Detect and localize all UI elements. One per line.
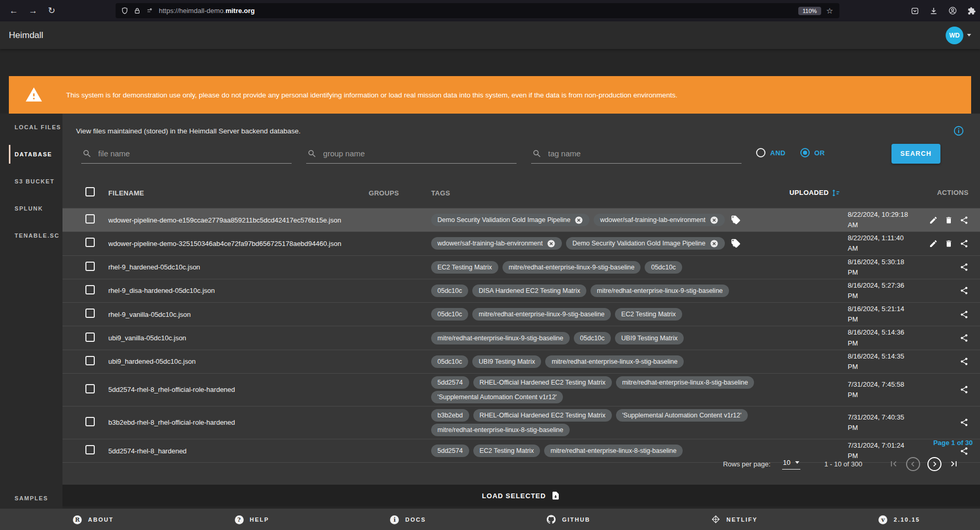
table-row[interactable]: wdower-pipeline-demo-325150346ab4ce72fa9…: [62, 232, 980, 255]
bookmark-star-icon[interactable]: ☆: [826, 6, 834, 16]
tag-chip[interactable]: EC2 Testing Matrix: [473, 445, 541, 457]
table-row[interactable]: rhel-9_disa-hardened-05dc10c.json 05dc10…: [62, 279, 980, 303]
lock-icon[interactable]: [134, 7, 141, 15]
footer-item-netlify[interactable]: NETLIFY: [711, 515, 758, 524]
tag-chip[interactable]: mitre/redhat-enterprise-linux-9-stig-bas…: [472, 308, 611, 321]
tag-chip[interactable]: mitre/redhat-enterprise-linux-8-stig-bas…: [616, 376, 755, 389]
tag-chip[interactable]: b3b2ebd: [431, 409, 469, 422]
forward-icon[interactable]: →: [29, 6, 37, 15]
sidebar-item-samples[interactable]: SAMPLES: [0, 485, 62, 512]
tag-chip[interactable]: UBI9 Testing Matrix: [472, 355, 541, 368]
row-checkbox[interactable]: [85, 356, 95, 365]
table-row[interactable]: ubi9_hardened-05dc10c.json 05dc10c UBI9 …: [62, 350, 980, 374]
tag-chip[interactable]: mitre/redhat-enterprise-linux-9-stig-bas…: [502, 261, 641, 274]
next-page-icon[interactable]: [927, 457, 941, 471]
row-checkbox[interactable]: [85, 238, 95, 247]
share-icon[interactable]: [960, 310, 969, 319]
sidebar-item-splunk[interactable]: SPLUNK: [0, 195, 62, 222]
tag-chip[interactable]: 5dd2574: [431, 376, 469, 389]
user-avatar[interactable]: WD: [946, 27, 963, 44]
group-name-input[interactable]: [322, 149, 516, 158]
tag-chip[interactable]: mitre/redhat-enterprise-linux-9-stig-bas…: [431, 332, 570, 344]
remove-tag-icon[interactable]: [710, 216, 719, 225]
delete-icon[interactable]: [945, 216, 953, 225]
share-icon[interactable]: [960, 216, 969, 225]
sort-icon[interactable]: [831, 188, 840, 198]
tag-chip[interactable]: mitre/redhat-enterprise-linux-8-stig-bas…: [544, 445, 683, 457]
tag-chip[interactable]: 'Supplemental Automation Content v1r12': [616, 409, 748, 422]
tag-chip[interactable]: 'Supplemental Automation Content v1r12': [431, 391, 563, 403]
reload-icon[interactable]: ↻: [48, 6, 55, 15]
table-row[interactable]: ubi9_vanilla-05dc10c.json mitre/redhat-e…: [62, 326, 980, 350]
footer-item-github[interactable]: GITHUB: [547, 515, 590, 524]
table-row[interactable]: b3b2ebd-rhel-8_rhel-official-role-harden…: [62, 406, 980, 439]
share-icon[interactable]: [960, 418, 969, 427]
share-icon[interactable]: [960, 263, 969, 272]
add-tag-icon[interactable]: [731, 238, 741, 249]
sidebar-item-tenable-sc[interactable]: TENABLE.SC: [0, 222, 62, 249]
permissions-icon[interactable]: [146, 7, 154, 14]
header-groups[interactable]: GROUPS: [369, 189, 399, 197]
tag-chip[interactable]: RHEL-Official Hardened EC2 Testing Matri…: [473, 409, 612, 422]
table-row[interactable]: 5dd2574-rhel-8_rhel-official-role-harden…: [62, 374, 980, 406]
tag-name-search-field[interactable]: [531, 147, 742, 164]
and-radio-circle[interactable]: [756, 148, 765, 157]
info-icon[interactable]: [953, 125, 964, 137]
table-row[interactable]: rhel-9_hardened-05dc10c.json EC2 Testing…: [62, 256, 980, 279]
tag-chip[interactable]: UBI9 Testing Matrix: [615, 332, 684, 344]
share-icon[interactable]: [960, 239, 969, 248]
tag-chip[interactable]: DISA Hardened EC2 Testing Matrix: [472, 285, 586, 297]
share-icon[interactable]: [960, 385, 969, 394]
tag-chip[interactable]: 05dc10c: [431, 308, 468, 321]
share-icon[interactable]: [960, 286, 969, 295]
tag-chip[interactable]: EC2 Testing Matrix: [615, 308, 682, 321]
tag-chip[interactable]: 05dc10c: [574, 332, 611, 344]
row-checkbox[interactable]: [85, 332, 95, 342]
extensions-icon[interactable]: [968, 7, 976, 15]
first-page-icon[interactable]: [888, 459, 899, 469]
tag-chip[interactable]: mitre/redhat-enterprise-linux-8-stig-bas…: [431, 424, 570, 436]
rows-per-page-select[interactable]: 10: [782, 459, 800, 470]
tag-chip[interactable]: RHEL-Official Hardened EC2 Testing Matri…: [473, 376, 612, 389]
row-checkbox[interactable]: [85, 417, 95, 426]
table-row[interactable]: rhel-9_vanilla-05dc10c.json 05dc10c mitr…: [62, 303, 980, 326]
footer-item-docs[interactable]: i DOCS: [390, 514, 426, 524]
row-checkbox[interactable]: [85, 384, 95, 393]
share-icon[interactable]: [960, 357, 969, 366]
select-all-checkbox[interactable]: [85, 187, 95, 196]
sidebar-item-s3-bucket[interactable]: S3 BUCKET: [0, 168, 62, 195]
pocket-icon[interactable]: [911, 7, 919, 15]
url-bar[interactable]: https://heimdall-demo.mitre.org 110% ☆: [116, 3, 839, 18]
table-row[interactable]: wdower-pipeline-demo-e159ccae2779aa85921…: [62, 208, 980, 232]
tag-chip[interactable]: mitre/redhat-enterprise-linux-9-stig-bas…: [545, 355, 684, 368]
footer-item-about[interactable]: R ABOUT: [73, 514, 114, 524]
tag-chip[interactable]: 5dd2574: [431, 445, 469, 457]
or-radio-circle[interactable]: [800, 148, 810, 157]
sidebar-item-local-files[interactable]: LOCAL FILES: [0, 114, 62, 141]
tag-chip[interactable]: EC2 Testing Matrix: [431, 261, 498, 274]
row-checkbox[interactable]: [85, 285, 95, 294]
row-checkbox[interactable]: [85, 445, 95, 454]
share-icon[interactable]: [960, 447, 969, 455]
previous-page-icon[interactable]: [906, 457, 920, 471]
file-name-search-field[interactable]: [81, 147, 292, 164]
header-filename[interactable]: FILENAME: [108, 189, 144, 197]
tag-chip[interactable]: wdower/saf-training-lab-environment: [431, 237, 562, 250]
account-icon[interactable]: [948, 6, 957, 15]
footer-item-help[interactable]: ? HELP: [235, 514, 269, 524]
load-selected-button[interactable]: LOAD SELECTED: [62, 485, 980, 507]
add-tag-icon[interactable]: [731, 215, 741, 225]
tag-name-input[interactable]: [547, 149, 740, 158]
search-button[interactable]: SEARCH: [891, 144, 940, 164]
tag-chip[interactable]: 05dc10c: [645, 261, 682, 274]
row-checkbox[interactable]: [85, 309, 95, 318]
edit-icon[interactable]: [929, 216, 938, 225]
or-radio[interactable]: OR: [800, 148, 825, 157]
header-uploaded[interactable]: UPLOADED: [789, 188, 909, 198]
edit-icon[interactable]: [929, 239, 938, 248]
avatar-menu-caret-icon[interactable]: [967, 34, 971, 36]
last-page-icon[interactable]: [949, 459, 959, 469]
tag-chip[interactable]: Demo Security Validation Gold Image Pipe…: [431, 214, 589, 226]
sidebar-item-database[interactable]: DATABASE: [0, 141, 62, 168]
tag-chip[interactable]: mitre/redhat-enterprise-linux-9-stig-bas…: [590, 285, 729, 297]
